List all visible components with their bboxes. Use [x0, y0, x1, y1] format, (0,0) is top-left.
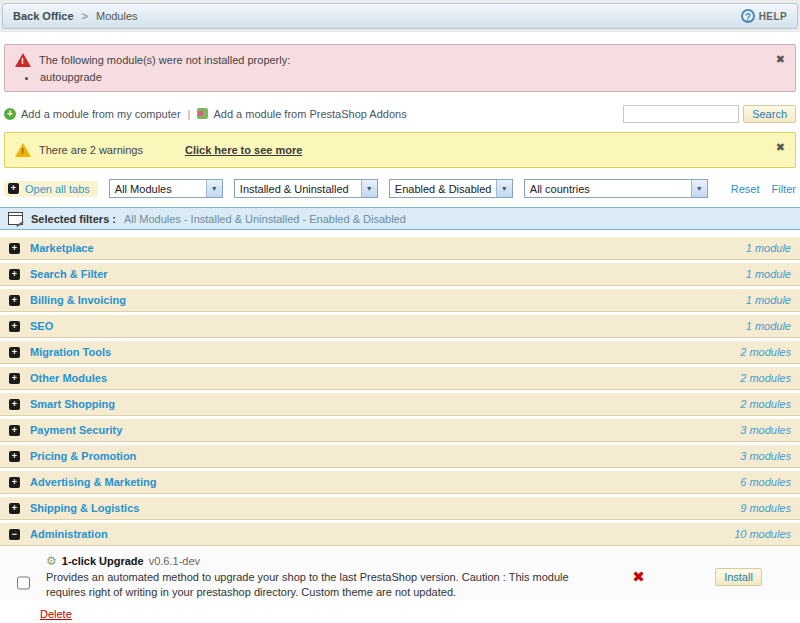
toggle-category-icon[interactable]: +: [9, 373, 20, 384]
filter-select-countries[interactable]: All countries ▼: [524, 179, 708, 198]
filter-select-modules-value: All Modules: [110, 183, 206, 195]
warning-triangle-icon: !: [15, 143, 31, 157]
open-all-tabs-button[interactable]: + Open all tabs: [4, 181, 98, 197]
category-label: Marketplace: [30, 242, 94, 254]
filter-select-countries-value: All countries: [525, 183, 691, 195]
help-label: HELP: [759, 11, 787, 22]
module-status-error-icon: ✖: [632, 568, 645, 586]
prestashop-addons-icon: [197, 108, 208, 119]
category-label: Payment Security: [30, 424, 122, 436]
add-module-from-computer-label: Add a module from my computer: [21, 108, 181, 120]
category-row[interactable]: + Smart Shopping 2 modules: [0, 393, 800, 416]
category-row[interactable]: + Payment Security 3 modules: [0, 419, 800, 442]
expand-all-icon: +: [8, 183, 19, 194]
open-all-tabs-label: Open all tabs: [25, 183, 90, 195]
toggle-category-icon[interactable]: +: [9, 295, 20, 306]
delete-link[interactable]: Delete: [40, 608, 72, 620]
add-module-from-addons-link[interactable]: Add a module from PrestaShop Addons: [197, 108, 406, 120]
toggle-category-icon[interactable]: +: [9, 321, 20, 332]
category-row[interactable]: + Other Modules 2 modules: [0, 367, 800, 390]
warning-see-more-link[interactable]: Click here to see more: [185, 144, 302, 156]
add-module-row: + Add a module from my computer | Add a …: [4, 103, 796, 124]
category-label: SEO: [30, 320, 53, 332]
module-select-checkbox[interactable]: [17, 566, 30, 600]
add-module-from-computer-link[interactable]: + Add a module from my computer: [4, 108, 181, 120]
breadcrumb-modules: Modules: [96, 10, 138, 22]
filter-button[interactable]: Filter: [772, 183, 796, 195]
category-module-count: 1 module: [746, 268, 791, 280]
warning-close-icon[interactable]: ✖: [776, 141, 785, 154]
filter-select-enabled-value: Enabled & Disabled: [390, 183, 496, 195]
chevron-down-icon: ▼: [361, 180, 377, 197]
error-module-item: autoupgrade: [25, 71, 769, 83]
filter-select-modules[interactable]: All Modules ▼: [109, 179, 223, 198]
selected-filters-label: Selected filters :: [31, 213, 116, 225]
gear-icon: ⚙: [46, 554, 57, 568]
category-row[interactable]: + Marketplace 1 module: [0, 237, 800, 260]
chevron-down-icon: ▼: [206, 180, 222, 197]
category-label: Advertising & Marketing: [30, 476, 157, 488]
category-module-count: 2 modules: [740, 398, 791, 410]
module-search-input[interactable]: [623, 105, 739, 123]
category-module-count: 10 modules: [734, 528, 791, 540]
category-label: Search & Filter: [30, 268, 108, 280]
category-label: Pricing & Promotion: [30, 450, 136, 462]
toggle-category-icon[interactable]: +: [9, 477, 20, 488]
install-button[interactable]: Install: [715, 568, 762, 586]
category-module-count: 1 module: [746, 294, 791, 306]
module-search-zone: Search: [623, 105, 796, 123]
breadcrumb-separator-icon: >: [82, 10, 88, 22]
chevron-down-icon: ▼: [691, 180, 707, 197]
category-label: Billing & Invoicing: [30, 294, 126, 306]
category-list: + Marketplace 1 module + Search & Filter…: [0, 237, 800, 546]
breadcrumb-back-office[interactable]: Back Office: [13, 10, 74, 22]
category-module-count: 1 module: [746, 242, 791, 254]
toggle-category-icon[interactable]: +: [9, 425, 20, 436]
filter-row: + Open all tabs All Modules ▼ Installed …: [4, 178, 796, 199]
breadcrumb: Back Office > Modules: [13, 10, 138, 22]
category-row[interactable]: + Billing & Invoicing 1 module: [0, 289, 800, 312]
toggle-category-icon[interactable]: +: [9, 451, 20, 462]
category-label: Smart Shopping: [30, 398, 115, 410]
error-banner: ✖ ! The following module(s) were not ins…: [4, 44, 796, 92]
category-label: Migration Tools: [30, 346, 111, 358]
category-row[interactable]: + Pricing & Promotion 3 modules: [0, 445, 800, 468]
help-question-icon: ?: [741, 9, 755, 23]
module-title: 1-click Upgrade: [62, 555, 144, 567]
toggle-category-icon[interactable]: +: [9, 347, 20, 358]
filter-select-installed-value: Installed & Uninstalled: [235, 183, 361, 195]
category-module-count: 2 modules: [740, 346, 791, 358]
toggle-category-icon[interactable]: +: [9, 269, 20, 280]
error-warning-icon: !: [15, 53, 31, 67]
filter-select-enabled[interactable]: Enabled & Disabled ▼: [389, 179, 513, 198]
module-version: v0.6.1-dev: [149, 555, 200, 567]
warning-message: There are 2 warnings: [39, 144, 143, 156]
top-strip: Back Office > Modules ? HELP: [0, 0, 800, 32]
chevron-down-icon: ▼: [496, 180, 512, 197]
category-label: Administration: [30, 528, 108, 540]
error-close-icon[interactable]: ✖: [776, 53, 785, 66]
help-button[interactable]: ? HELP: [741, 9, 787, 23]
toggle-category-icon[interactable]: +: [9, 399, 20, 410]
category-module-count: 3 modules: [740, 450, 791, 462]
reset-button[interactable]: Reset: [731, 183, 760, 195]
selected-filters-value: All Modules - Installed & Uninstalled - …: [124, 213, 406, 225]
toggle-category-icon[interactable]: +: [9, 503, 20, 514]
category-row[interactable]: + Migration Tools 2 modules: [0, 341, 800, 364]
category-module-count: 1 module: [746, 320, 791, 332]
toggle-category-icon[interactable]: −: [9, 529, 20, 540]
category-row[interactable]: − Administration 10 modules: [0, 523, 800, 546]
category-row[interactable]: + Shipping & Logistics 9 modules: [0, 497, 800, 520]
category-module-count: 2 modules: [740, 372, 791, 384]
error-module-list: autoupgrade: [25, 71, 769, 83]
module-description: Provides an automated method to upgrade …: [46, 570, 586, 600]
selected-filters-icon: [8, 212, 23, 225]
header-bar: Back Office > Modules ? HELP: [2, 3, 798, 29]
warning-banner: ✖ ! There are 2 warnings Click here to s…: [4, 132, 796, 168]
category-row[interactable]: + SEO 1 module: [0, 315, 800, 338]
module-search-button[interactable]: Search: [743, 105, 796, 123]
toggle-category-icon[interactable]: +: [9, 243, 20, 254]
category-row[interactable]: + Search & Filter 1 module: [0, 263, 800, 286]
filter-select-installed[interactable]: Installed & Uninstalled ▼: [234, 179, 378, 198]
category-row[interactable]: + Advertising & Marketing 6 modules: [0, 471, 800, 494]
